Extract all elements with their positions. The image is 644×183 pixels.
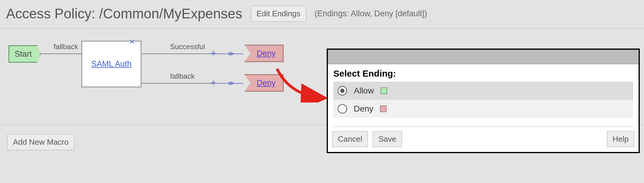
- endings-summary: (Endings: Allow, Deny [default]): [315, 9, 427, 18]
- save-button[interactable]: Save: [373, 131, 402, 147]
- edge-successful: [142, 53, 210, 54]
- edit-endings-button[interactable]: Edit Endings: [251, 6, 306, 22]
- node-deny-1-link[interactable]: Deny: [257, 49, 275, 58]
- node-start-label: Start: [14, 49, 32, 59]
- ending-option-allow[interactable]: Allow: [333, 82, 633, 100]
- color-swatch-allow: [381, 87, 387, 94]
- arrow-icon: ▸▸: [229, 79, 233, 87]
- cancel-button[interactable]: Cancel: [332, 131, 368, 147]
- radio-icon[interactable]: [338, 104, 347, 114]
- dialog-titlebar[interactable]: [328, 50, 639, 64]
- color-swatch-deny: [380, 106, 387, 112]
- page-title: Access Policy: /Common/MyExpenses: [6, 5, 242, 22]
- edge-fallback: [142, 83, 210, 84]
- help-button[interactable]: Help: [607, 131, 634, 147]
- node-deny-1[interactable]: Deny: [244, 45, 284, 62]
- node-saml-auth[interactable]: ✕ SAML Auth: [81, 41, 142, 87]
- edge-label-successful: Successful: [170, 43, 205, 51]
- radio-icon[interactable]: [338, 86, 347, 96]
- edge-label-fallback1: fallback: [54, 43, 78, 51]
- select-ending-dialog: Select Ending: Allow Deny Cancel Save He…: [327, 49, 640, 153]
- ending-option-deny[interactable]: Deny: [333, 100, 633, 118]
- plus-icon[interactable]: +: [211, 78, 216, 87]
- plus-icon[interactable]: +: [211, 49, 216, 58]
- ending-option-label: Deny: [354, 104, 373, 114]
- node-deny-2-link[interactable]: Deny: [257, 78, 275, 88]
- ending-option-label: Allow: [354, 86, 374, 96]
- edge-start-saml: [41, 53, 81, 54]
- node-saml-link[interactable]: SAML Auth: [91, 59, 132, 69]
- edge-label-fallback2: fallback: [170, 72, 194, 80]
- node-deny-2[interactable]: Deny: [244, 74, 284, 92]
- node-start[interactable]: Start: [8, 45, 41, 63]
- close-icon[interactable]: ✕: [129, 38, 135, 46]
- add-new-macro-button[interactable]: Add New Macro: [7, 134, 74, 150]
- dialog-heading: Select Ending:: [333, 68, 633, 79]
- arrow-icon: ▸▸: [229, 49, 233, 57]
- header-bar: Access Policy: /Common/MyExpenses Edit E…: [0, 0, 644, 29]
